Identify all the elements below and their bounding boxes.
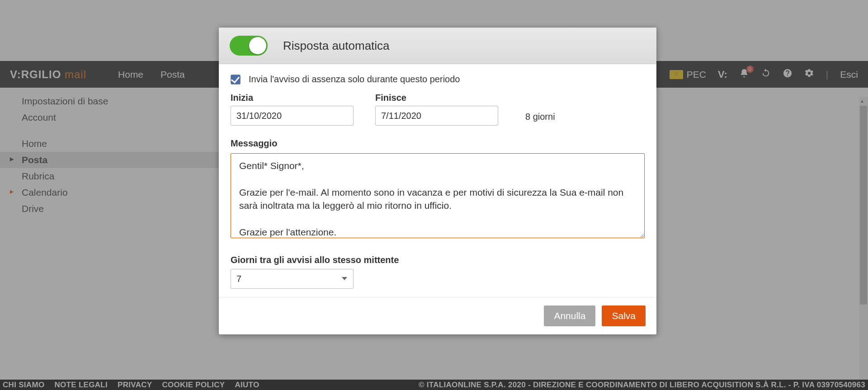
start-date-field: Inizia — [231, 93, 354, 126]
end-date-field: Finisce — [375, 93, 498, 126]
modal-header: Risposta automatica — [219, 28, 656, 64]
auto-reply-modal: Risposta automatica Invia l'avviso di as… — [219, 28, 656, 334]
end-date-label: Finisce — [375, 93, 498, 103]
period-checkbox[interactable] — [231, 75, 241, 85]
cancel-button[interactable]: Annulla — [544, 305, 595, 326]
date-row: Inizia Finisce 8 giorni — [231, 93, 645, 126]
modal-footer: Annulla Salva — [219, 297, 656, 334]
modal-body: Invia l'avviso di assenza solo durante q… — [219, 64, 656, 297]
days-select-wrap: 7 — [231, 269, 354, 289]
modal-title: Risposta automatica — [283, 39, 390, 53]
end-date-input[interactable] — [375, 106, 498, 126]
message-label: Messaggio — [231, 138, 645, 149]
days-between-label: Giorni tra gli avvisi allo stesso mitten… — [231, 255, 645, 265]
days-select[interactable]: 7 — [231, 269, 354, 289]
period-checkbox-row: Invia l'avviso di assenza solo durante q… — [231, 74, 645, 85]
message-textarea[interactable] — [231, 153, 645, 238]
auto-reply-toggle[interactable] — [230, 36, 268, 56]
start-date-label: Inizia — [231, 93, 354, 103]
start-date-input[interactable] — [231, 106, 354, 126]
duration-text: 8 giorni — [525, 112, 555, 126]
toggle-knob — [249, 37, 266, 54]
save-button[interactable]: Salva — [602, 305, 646, 326]
period-checkbox-label: Invia l'avviso di assenza solo durante q… — [249, 74, 460, 85]
